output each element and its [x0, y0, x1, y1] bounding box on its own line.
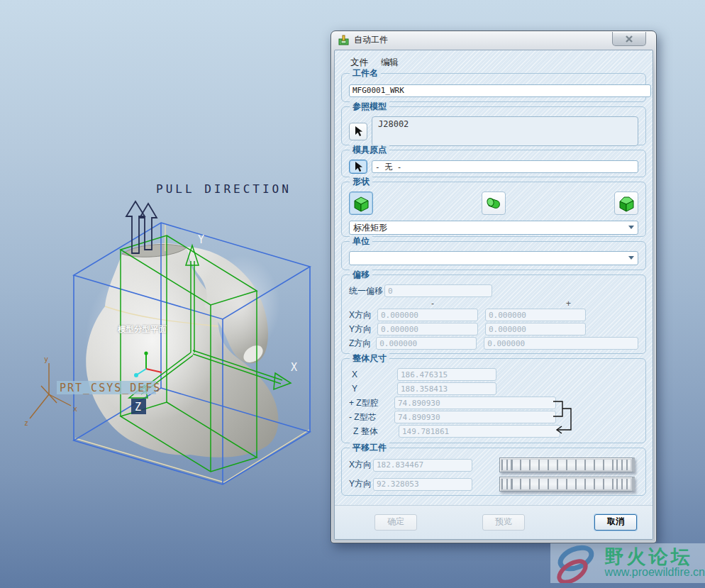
part-model: [85, 243, 280, 457]
shape-box-button[interactable]: [349, 192, 373, 215]
desktop: { "scene": { "pull_direction": "PULL DIR…: [0, 0, 705, 588]
group-reference-model-title: 参照模型: [350, 101, 389, 111]
menu-file[interactable]: 文件: [350, 57, 368, 69]
offset-x-neg-input[interactable]: [377, 309, 478, 321]
mold-origin-field[interactable]: [372, 160, 638, 173]
caret-down-icon: [628, 256, 634, 260]
overall-zcore-input[interactable]: [394, 411, 556, 423]
group-overall-size-title: 整体尺寸: [350, 353, 389, 363]
group-mold-origin: 模具原点: [341, 150, 646, 177]
overall-y-label: Y: [349, 384, 397, 394]
overall-ztotal-input[interactable]: [399, 425, 560, 438]
csys-label[interactable]: PRT_CSYS_DEFS: [60, 382, 161, 394]
thumbwheel-end: [616, 479, 631, 489]
csys-axis-z-label: z: [24, 419, 28, 427]
menubar: 文件 编辑: [335, 50, 653, 73]
overall-y-input[interactable]: [397, 382, 496, 395]
cursor-arrow-icon: [353, 126, 363, 137]
translate-y-input[interactable]: [373, 478, 472, 491]
axis-z-label: Z: [135, 401, 141, 414]
group-overall-size: 整体尺寸 X Y + Z型腔 - Z型芯 Z 整体: [341, 358, 646, 443]
overall-row: + Z型腔: [349, 396, 638, 409]
shape-custom-button[interactable]: [614, 192, 638, 215]
translate-x-label: X方向: [349, 459, 373, 471]
overall-zcavity-label: + Z型腔: [349, 397, 394, 409]
pull-direction-label: PULL DIRECTION: [156, 182, 292, 196]
offset-y-label: Y方向: [349, 323, 377, 335]
axis-x-label: X: [291, 361, 297, 374]
reference-model-collector[interactable]: J28002: [372, 116, 638, 146]
group-reference-model: 参照模型 J28002: [341, 106, 646, 145]
watermark-url: www.proewildfire.cn: [605, 566, 705, 579]
z-dimension-bracket: [552, 396, 580, 440]
wildfire-logo-icon: [550, 543, 604, 583]
overall-ztotal-label: Z 整体: [349, 426, 399, 438]
workpiece-icon: [338, 35, 350, 45]
csys-axis-x-label: x: [73, 405, 77, 413]
overall-row: Y: [349, 382, 638, 395]
uniform-offset-input[interactable]: [384, 284, 492, 297]
menu-edit[interactable]: 编辑: [381, 57, 399, 69]
workpiece-name-input[interactable]: [349, 84, 651, 97]
group-shape-title: 形状: [350, 177, 372, 187]
parting-plane-label: 模型分型平面: [117, 325, 167, 333]
group-shape: 形状: [341, 182, 646, 237]
close-button[interactable]: [612, 32, 646, 46]
thumbwheel-ticks: [501, 479, 631, 489]
offset-x-pos-input[interactable]: [485, 309, 586, 321]
offset-row: Y方向: [349, 323, 638, 335]
overall-row: Z 整体: [349, 425, 638, 438]
custom-block-shape-icon: [617, 194, 635, 213]
group-offset-title: 偏移: [350, 270, 372, 279]
dialog-titlebar[interactable]: 自动工件: [331, 31, 656, 49]
translate-x-input[interactable]: [373, 459, 472, 472]
dialog-body: 文件 编辑 工件名 参照模型 J28002 模具原点: [334, 50, 653, 540]
offset-z-neg-input[interactable]: [376, 337, 477, 350]
offset-plus-header: +: [566, 299, 571, 309]
offset-row: Z方向: [349, 337, 638, 350]
reference-model-pick-button[interactable]: [349, 123, 367, 140]
forum-watermark: 野火论坛 www.proewildfire.cn: [550, 543, 705, 583]
group-offset: 偏移 统一偏移 - + X方向 Y方向 Z方向: [341, 274, 646, 354]
group-translate-title: 平移工件: [350, 443, 389, 453]
csys-axis-y-label: y: [44, 355, 48, 363]
overall-x-input[interactable]: [397, 368, 496, 381]
offset-y-neg-input[interactable]: [377, 323, 478, 335]
uniform-offset-label: 统一偏移: [349, 285, 384, 297]
thumbwheel-end: [501, 479, 516, 489]
overall-zcavity-input[interactable]: [394, 396, 556, 409]
offset-row: X方向: [349, 309, 638, 321]
cursor-arrow-icon: [353, 161, 363, 172]
offset-z-label: Z方向: [349, 338, 376, 350]
offset-z-pos-input[interactable]: [484, 337, 638, 350]
pull-direction-arrows: [126, 201, 157, 253]
translate-x-thumbwheel[interactable]: [499, 457, 635, 472]
mold-origin-pick-button[interactable]: [349, 160, 367, 174]
shape-type-select[interactable]: 标准矩形: [349, 221, 638, 235]
preview-button[interactable]: 预览: [482, 514, 525, 531]
ok-button[interactable]: 确定: [374, 514, 417, 531]
thumbwheel-ticks: [501, 460, 631, 470]
offset-minus-header: -: [431, 299, 434, 309]
dialog-footer: 确定 预览 取消: [335, 505, 653, 539]
dialog-title: 自动工件: [354, 34, 388, 46]
auto-workpiece-dialog: 自动工件 文件 编辑 工件名 参照模型 J280: [331, 30, 657, 543]
shape-cylinder-button[interactable]: [482, 192, 506, 215]
offset-y-pos-input[interactable]: [485, 323, 586, 335]
group-workpiece-name-title: 工件名: [350, 68, 381, 78]
thumbwheel-end: [501, 460, 516, 470]
box-shape-icon: [352, 194, 370, 213]
translate-y-thumbwheel[interactable]: [499, 477, 635, 492]
offset-x-label: X方向: [349, 309, 377, 321]
group-workpiece-name: 工件名: [341, 73, 646, 102]
cancel-button[interactable]: 取消: [594, 514, 637, 531]
overall-x-label: X: [349, 370, 397, 379]
watermark-title: 野火论坛: [605, 548, 705, 566]
overall-row: X: [349, 368, 638, 381]
units-select[interactable]: [349, 251, 638, 265]
axis-y-label: Y: [198, 233, 204, 246]
close-icon: [625, 35, 633, 43]
group-mold-origin-title: 模具原点: [350, 145, 389, 155]
caret-down-icon: [628, 226, 634, 229]
group-units-title: 单位: [350, 236, 372, 246]
